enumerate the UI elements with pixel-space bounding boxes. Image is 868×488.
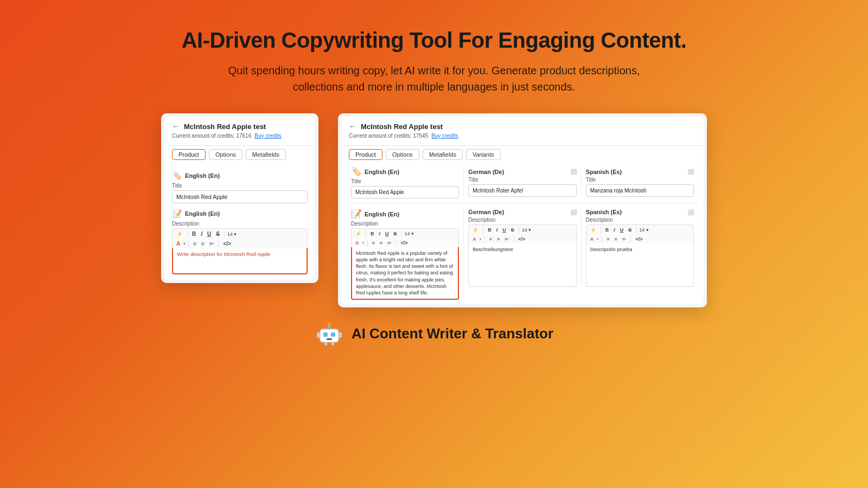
left-back-arrow[interactable]: ← — [172, 122, 180, 131]
left-title-row: ← McIntosh Red Apple test — [172, 122, 308, 131]
svg-rect-1 — [323, 332, 328, 337]
right-title-es-input[interactable] — [586, 184, 694, 197]
left-tb-color[interactable]: A — [175, 240, 182, 247]
right-title-section: 🏷️ English (En) Title German (De) ⬜ Titl… — [341, 164, 704, 200]
right-desc-en-toolbar2: A ▾ ≡ ≡ ≡· </> — [351, 239, 459, 247]
left-sep3 — [188, 241, 189, 247]
right-title-es-col: Spanish (Es) ⬜ Title — [581, 169, 698, 197]
right-title-de-input[interactable] — [468, 184, 576, 197]
left-tb-ol[interactable]: ≡ — [200, 240, 206, 247]
left-tb-code[interactable]: </> — [222, 240, 233, 247]
left-title-lang: English (En) — [185, 172, 220, 179]
right-tb-en-underline[interactable]: U — [384, 230, 391, 237]
left-editor-toolbar1: ⚡ B I U S 14 ▾ — [172, 228, 308, 239]
right-tb-en-color[interactable]: A — [354, 240, 361, 246]
left-tb-underline[interactable]: U — [206, 230, 213, 237]
right-tabs-row: Product Options Metafields Variants — [341, 146, 704, 164]
left-card-header: ← McIntosh Red Apple test Current amount… — [164, 117, 315, 146]
right-tab-options[interactable]: Options — [386, 149, 419, 160]
right-title-en-header: 🏷️ English (En) — [351, 166, 459, 177]
right-tb-en-magic[interactable]: ⚡ — [354, 230, 363, 237]
right-tab-variants[interactable]: Variants — [466, 149, 501, 160]
right-tab-product[interactable]: Product — [349, 149, 382, 160]
right-desc-en-editor[interactable]: McIntosh Red Apple is a popular variety … — [351, 247, 459, 300]
right-tb-de-strike[interactable]: S — [509, 227, 516, 233]
right-tb-de-magic[interactable]: ⚡ — [471, 227, 480, 233]
right-desc-de-header: German (De) ⬜ — [468, 209, 576, 215]
left-tb-magic[interactable]: ⚡ — [175, 230, 184, 237]
left-card-body: 🏷️ English (En) Title 📝 English (En) Des… — [164, 164, 315, 280]
right-tb-es-italic[interactable]: I — [612, 227, 617, 233]
right-tb-es-ol[interactable]: ≡ — [612, 236, 618, 242]
right-sep-en2 — [401, 230, 402, 237]
right-tb-de-italic[interactable]: I — [495, 227, 500, 233]
right-tb-de-underline[interactable]: U — [501, 227, 508, 233]
right-tb-es-bold[interactable]: B — [604, 227, 611, 233]
right-desc-es-editor[interactable]: Descripción prueba — [586, 243, 694, 287]
svg-rect-3 — [327, 338, 332, 340]
right-tb-de-ul[interactable]: ≡ — [488, 236, 494, 242]
right-tb-es-underline[interactable]: U — [618, 227, 626, 233]
right-title-de-col: German (De) ⬜ Title — [463, 169, 580, 197]
left-tab-metafields[interactable]: Metafields — [246, 149, 286, 160]
right-buy-credits[interactable]: Buy credits — [431, 133, 458, 139]
right-tb-en-ol[interactable]: ≡ — [378, 240, 384, 246]
right-tb-en-code[interactable]: </> — [399, 240, 410, 246]
left-tb-bold[interactable]: B — [190, 230, 197, 237]
right-sep-en3 — [367, 240, 368, 246]
right-tb-en-ul[interactable]: ≡ — [371, 240, 376, 246]
hero-title: AI-Driven Copywriting Tool For Engaging … — [182, 28, 687, 53]
right-desc-de-editor[interactable]: Beschreibungstest — [468, 243, 576, 287]
left-desc-section-header: 📝 English (En) — [172, 209, 308, 219]
right-title-es-expand[interactable]: ⬜ — [687, 169, 694, 175]
left-tb-align[interactable]: ≡· — [208, 240, 216, 247]
right-back-arrow[interactable]: ← — [349, 122, 356, 131]
right-tb-en-italic[interactable]: I — [378, 230, 382, 237]
right-desc-de-expand[interactable]: ⬜ — [570, 209, 577, 215]
right-desc-es-header: Spanish (Es) ⬜ — [586, 209, 694, 215]
right-tb-de-align[interactable]: ≡· — [503, 236, 510, 242]
left-tab-options[interactable]: Options — [209, 149, 242, 160]
right-tb-en-strike[interactable]: S — [392, 230, 399, 237]
right-tb-en-fontsize: 14 ▾ — [405, 231, 414, 236]
right-tb-de-color-arr: ▾ — [480, 237, 482, 241]
right-tb-de-code[interactable]: </> — [516, 236, 527, 242]
right-desc-section: 📝 English (En) Description ⚡ B I U S 14 … — [341, 207, 704, 304]
left-title-input[interactable] — [172, 190, 308, 203]
right-tb-de-bold[interactable]: B — [486, 227, 493, 233]
right-desc-en-text: McIntosh Red Apple is a popular variety … — [356, 251, 453, 296]
left-tb-italic[interactable]: I — [199, 230, 204, 237]
left-card: ← McIntosh Red Apple test Current amount… — [161, 113, 318, 283]
left-tabs-row: Product Options Metafields — [164, 146, 315, 164]
right-tb-es-magic[interactable]: ⚡ — [589, 227, 598, 233]
right-tb-es-strike[interactable]: S — [627, 227, 633, 233]
left-tb-strike[interactable]: S — [214, 230, 221, 237]
right-tb-es-align[interactable]: ≡· — [621, 236, 628, 242]
left-buy-credits[interactable]: Buy credits — [254, 133, 281, 139]
left-card-inner: ← McIntosh Red Apple test Current amount… — [164, 117, 315, 280]
left-tab-product[interactable]: Product — [172, 149, 206, 160]
right-tb-en-bold[interactable]: B — [369, 230, 376, 237]
right-title-de-expand[interactable]: ⬜ — [570, 169, 577, 175]
right-desc-de-lang: German (De) — [468, 209, 504, 215]
right-tb-de-color[interactable]: A — [471, 236, 478, 242]
left-tb-ul[interactable]: ≡ — [192, 240, 198, 247]
right-tb-es-fontsize: 14 ▾ — [639, 227, 649, 233]
right-desc-en-toolbar1: ⚡ B I U S 14 ▾ — [351, 228, 459, 239]
right-tb-es-code[interactable]: </> — [634, 236, 644, 242]
right-card-inner: ← McIntosh Red Apple test Current amount… — [341, 117, 704, 304]
right-tb-de-ol[interactable]: ≡ — [495, 236, 501, 242]
right-tb-es-ul[interactable]: ≡ — [605, 236, 611, 242]
right-tb-en-align[interactable]: ≡· — [386, 240, 393, 246]
svg-point-5 — [328, 323, 331, 326]
left-editor-area[interactable]: Write description for McIntosh Red Apple — [172, 248, 308, 274]
right-desc-de-text: Beschreibungstest — [473, 247, 513, 252]
right-sep-es4 — [630, 236, 631, 242]
right-desc-es-expand[interactable]: ⬜ — [687, 209, 694, 215]
right-tab-metafields[interactable]: Metafields — [423, 149, 463, 160]
right-tb-es-color[interactable]: A — [589, 236, 596, 242]
right-title-en-input[interactable] — [351, 186, 459, 198]
right-card-title: McIntosh Red Apple test — [361, 123, 443, 131]
svg-rect-7 — [339, 332, 342, 338]
svg-rect-8 — [324, 342, 327, 345]
